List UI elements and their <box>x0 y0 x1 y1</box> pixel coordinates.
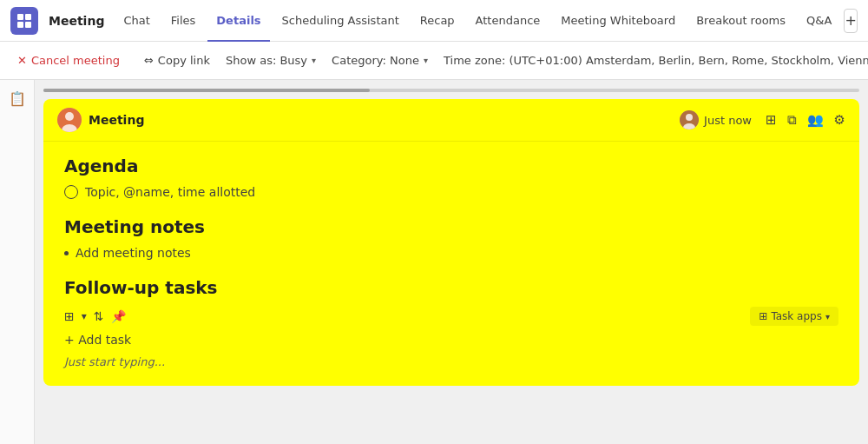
add-task-button[interactable]: + Add task <box>64 333 838 347</box>
meeting-notes-heading: Meeting notes <box>64 216 838 237</box>
card-title: Meeting <box>89 113 680 127</box>
toolbar: ✕ Cancel meeting ⇔ Copy link Show as: Bu… <box>0 42 868 80</box>
followup-heading: Follow-up tasks <box>64 277 838 298</box>
more-tabs-button[interactable]: + <box>844 9 858 33</box>
scroll-thumb <box>43 89 370 92</box>
scroll-indicator <box>43 89 859 92</box>
svg-rect-1 <box>25 14 31 20</box>
sort-icon[interactable]: ⇅ <box>94 309 104 323</box>
top-navigation: Meeting Chat Files Details Scheduling As… <box>0 0 868 42</box>
app-icon <box>10 7 38 35</box>
cancel-meeting-button[interactable]: ✕ Cancel meeting <box>10 50 127 71</box>
card-timestamp: Just now <box>704 114 752 127</box>
grid-icon[interactable]: ⊞ <box>766 112 777 128</box>
card-body: Agenda Topic, @name, time allotted Meeti… <box>43 142 859 386</box>
svg-point-8 <box>686 114 693 121</box>
pin-icon[interactable]: 📌 <box>111 309 126 323</box>
svg-rect-2 <box>17 22 23 28</box>
avatar <box>57 108 82 132</box>
task-toolbar: ⊞ ▾ ⇅ 📌 ⊞ Task apps ▾ <box>64 307 838 326</box>
svg-point-5 <box>65 112 74 121</box>
tab-recap[interactable]: Recap <box>411 0 464 42</box>
tab-chat[interactable]: Chat <box>115 0 158 42</box>
time-avatar <box>680 110 699 129</box>
link-icon: ⇔ <box>144 54 154 67</box>
tab-scheduling[interactable]: Scheduling Assistant <box>273 0 408 42</box>
typing-hint-text: Just start typing... <box>64 355 838 368</box>
agenda-heading: Agenda <box>64 156 838 176</box>
svg-rect-0 <box>17 14 23 20</box>
meeting-notes-section: Meeting notes Add meeting notes <box>64 216 838 260</box>
filter-dropdown-icon[interactable]: ▾ <box>82 310 87 322</box>
card-header: Meeting Just now ⊞ ⧉ 👥 ⚙ <box>43 99 859 142</box>
copy-link-button[interactable]: ⇔ Copy link <box>137 50 217 71</box>
meeting-notes-placeholder-text: Add meeting notes <box>76 246 191 260</box>
agenda-section: Agenda Topic, @name, time allotted <box>64 156 838 199</box>
show-as-dropdown[interactable]: Show as: Busy ▾ <box>219 50 323 71</box>
agenda-placeholder-text: Topic, @name, time allotted <box>85 185 255 199</box>
task-apps-arrow-icon: ▾ <box>825 312 830 321</box>
card-time-info: Just now <box>680 110 752 129</box>
tab-breakout[interactable]: Breakout rooms <box>687 0 794 42</box>
svg-rect-3 <box>25 22 31 28</box>
show-as-arrow-icon: ▾ <box>312 56 316 65</box>
task-apps-button[interactable]: ⊞ Task apps ▾ <box>750 307 838 326</box>
tab-whiteboard[interactable]: Meeting Whiteboard <box>552 0 684 42</box>
task-apps-grid-icon: ⊞ <box>759 310 767 322</box>
people-icon[interactable]: 👥 <box>807 112 824 128</box>
category-arrow-icon: ▾ <box>424 56 428 65</box>
agenda-placeholder-row[interactable]: Topic, @name, time allotted <box>64 185 838 199</box>
card-actions: ⊞ ⧉ 👥 ⚙ <box>766 112 845 128</box>
category-dropdown[interactable]: Category: None ▾ <box>325 50 435 71</box>
tab-files[interactable]: Files <box>162 0 205 42</box>
meeting-card: Meeting Just now ⊞ ⧉ 👥 ⚙ <box>43 99 859 386</box>
meeting-notes-placeholder-row[interactable]: Add meeting notes <box>64 246 838 260</box>
copy-icon[interactable]: ⧉ <box>787 112 797 128</box>
sidebar-left: 📋 <box>0 80 35 444</box>
tab-details[interactable]: Details <box>207 0 269 42</box>
sidebar-notes-icon: 📋 <box>9 90 26 107</box>
main-content: 📋 Meeting <box>0 80 868 444</box>
circle-check-icon <box>64 185 78 199</box>
grid-view-icon[interactable]: ⊞ <box>64 309 75 323</box>
tab-attendance[interactable]: Attendance <box>467 0 549 42</box>
settings-icon[interactable]: ⚙ <box>834 112 845 128</box>
content-area: Meeting Just now ⊞ ⧉ 👥 ⚙ <box>35 80 868 444</box>
cancel-icon: ✕ <box>17 54 27 67</box>
app-title: Meeting <box>49 14 104 28</box>
timezone-dropdown[interactable]: Time zone: (UTC+01:00) Amsterdam, Berlin… <box>437 50 868 71</box>
bullet-dot-icon <box>64 251 69 255</box>
tab-qa[interactable]: Q&A <box>798 0 840 42</box>
followup-section: Follow-up tasks ⊞ ▾ ⇅ 📌 ⊞ Task apps ▾ <box>64 277 838 368</box>
